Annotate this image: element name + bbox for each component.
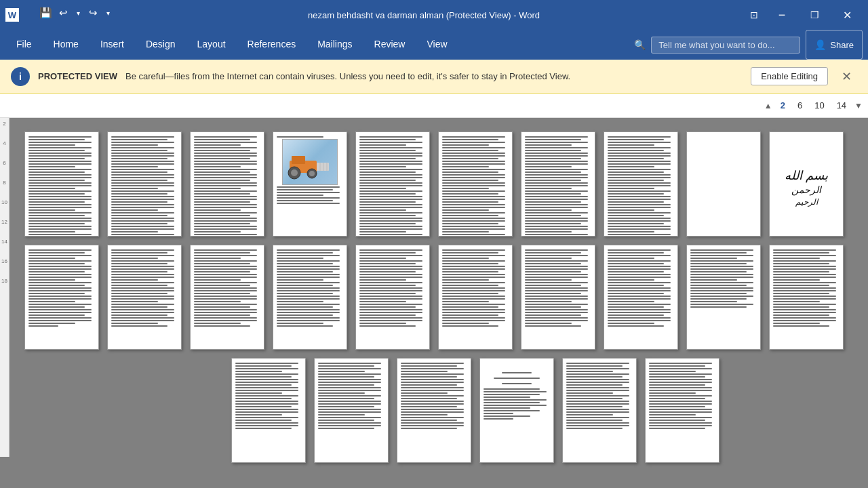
tab-design[interactable]: Design (135, 30, 186, 60)
tab-view[interactable]: View (416, 30, 458, 60)
page-thumbnail-19[interactable] (686, 245, 761, 350)
page-thumbnail-5[interactable] (355, 131, 430, 237)
page-num-6[interactable]: 6 (793, 99, 806, 112)
restore-down-button[interactable]: ⊡ (743, 5, 765, 25)
share-label: Share (830, 40, 854, 50)
title-bar: W 💾 ↩ ▾ ↪ ▾ nezam behdasht va darman alm… (0, 0, 868, 30)
undo-dropdown[interactable]: ▾ (73, 5, 83, 20)
tab-references[interactable]: References (237, 30, 307, 60)
page-thumbnail-1[interactable] (24, 131, 99, 237)
svg-point-5 (309, 171, 315, 176)
page-thumbnail-26[interactable] (645, 358, 719, 463)
undo-button[interactable]: ↩ (56, 5, 71, 20)
page-thumbnail-8[interactable] (604, 131, 678, 237)
svg-point-3 (291, 169, 298, 176)
page-thumbnail-7[interactable] (521, 131, 595, 237)
page-thumbnail-14[interactable] (273, 245, 347, 350)
page-thumbnail-3[interactable] (190, 131, 264, 237)
page-next-button[interactable]: ▼ (854, 101, 863, 110)
page-thumbnail-4[interactable] (273, 131, 347, 237)
quick-access-toolbar: 💾 ↩ ▾ ↪ ▾ (38, 5, 113, 20)
page-thumbnail-10[interactable]: بسم الله الرحمن الرحيم (769, 131, 844, 237)
protected-view-message: Be careful—files from the Internet can c… (125, 71, 743, 81)
tab-home[interactable]: Home (43, 30, 90, 60)
svg-rect-1 (292, 156, 305, 164)
page-thumbnail-16[interactable] (438, 245, 513, 350)
page-thumbnail-24[interactable] (479, 358, 554, 463)
page-thumbnail-2[interactable] (107, 131, 182, 237)
page-thumbnail-18[interactable] (604, 245, 678, 350)
ribbon-tabs: File Home Insert Design Layout Reference… (0, 30, 868, 60)
tab-review[interactable]: Review (363, 30, 416, 60)
page-thumbnail-9[interactable] (686, 131, 761, 237)
tab-insert[interactable]: Insert (90, 30, 135, 60)
share-button[interactable]: 👤 Share (806, 30, 863, 60)
redo-button[interactable]: ↪ (85, 5, 100, 20)
svg-text:الرحيم: الرحيم (795, 197, 819, 207)
info-icon: i (11, 67, 30, 86)
page-thumbnail-15[interactable] (355, 245, 430, 350)
document-title: nezam behdasht va darman alman (Protecte… (104, 10, 743, 20)
page-thumbnail-17[interactable] (521, 245, 595, 350)
page-thumbnail-21[interactable] (231, 358, 306, 463)
tab-file[interactable]: File (5, 30, 43, 60)
tab-mailings[interactable]: Mailings (307, 30, 363, 60)
enable-editing-button[interactable]: Enable Editing (751, 67, 828, 85)
page-row-2 (24, 245, 844, 350)
page-thumbnail-13[interactable] (190, 245, 264, 350)
page-num-2[interactable]: 2 (776, 99, 789, 112)
document-area: بسم الله الرحمن الرحيم (0, 118, 868, 488)
search-box: 🔍 (634, 30, 800, 60)
page-row-3 (149, 358, 719, 463)
calligraphy-svg: بسم الله الرحمن الرحيم (776, 156, 837, 210)
toolbar-row: ▲ 2 6 10 14 ▼ (0, 94, 868, 118)
app-icon: W (5, 8, 19, 22)
protected-view-label: PROTECTED VIEW (38, 71, 117, 81)
share-icon: 👤 (814, 39, 826, 50)
quick-access-dropdown[interactable]: ▾ (103, 5, 113, 20)
page-thumbnail-12[interactable] (107, 245, 182, 350)
svg-text:الرحمن: الرحمن (791, 185, 823, 196)
page-prev-button[interactable]: ▲ (764, 101, 772, 110)
page-image-svg (286, 144, 334, 181)
page-thumbnail-20[interactable] (769, 245, 844, 350)
svg-rect-6 (317, 163, 329, 171)
page-thumbnail-22[interactable] (314, 358, 389, 463)
search-input[interactable] (651, 37, 800, 54)
minimize-button[interactable]: − (766, 5, 797, 25)
page-thumbnail-23[interactable] (397, 358, 471, 463)
svg-text:بسم الله: بسم الله (785, 169, 828, 183)
close-banner-button[interactable]: ✕ (836, 66, 857, 87)
save-button[interactable]: 💾 (38, 5, 53, 20)
page-thumbnail-11[interactable] (24, 245, 99, 350)
page-num-14[interactable]: 14 (833, 99, 850, 112)
tab-layout[interactable]: Layout (186, 30, 237, 60)
page-thumbnail-25[interactable] (562, 358, 637, 463)
page-navigation: ▲ 2 6 10 14 ▼ (764, 99, 863, 112)
window-controls: ⊡ − ❐ ✕ (743, 5, 863, 25)
page-num-10[interactable]: 10 (810, 99, 828, 112)
protected-view-banner: i PROTECTED VIEW Be careful—files from t… (0, 60, 868, 94)
close-window-button[interactable]: ✕ (831, 5, 863, 25)
maximize-button[interactable]: ❐ (799, 5, 830, 25)
page-thumbnail-6[interactable] (438, 131, 513, 237)
left-ruler: 2 4 6 8 10 12 14 16 18 (0, 118, 9, 457)
page-row-1: بسم الله الرحمن الرحيم (24, 131, 844, 237)
search-icon: 🔍 (634, 39, 646, 50)
